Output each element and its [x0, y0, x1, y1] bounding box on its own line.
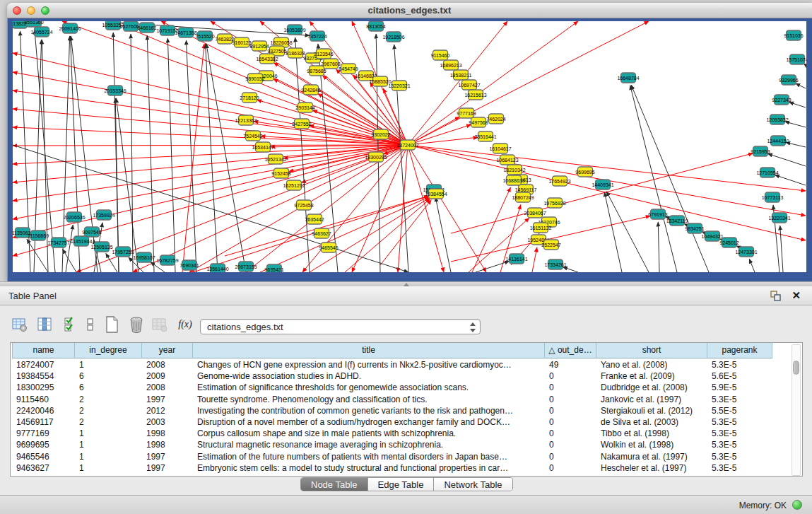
graph-node-19218506[interactable]: 19218506 — [382, 32, 404, 42]
citation-edge-red[interactable] — [260, 197, 429, 272]
table-row[interactable]: 977716911998Corpus callosum shape and si… — [12, 428, 777, 439]
graph-node-9635421[interactable]: 9635421 — [264, 264, 283, 272]
column-header-out_degree[interactable]: △ out_de… — [545, 343, 596, 358]
citation-edge-red[interactable] — [345, 199, 430, 272]
show-column-icon[interactable] — [35, 315, 54, 334]
citation-edge-black[interactable] — [147, 35, 154, 272]
citation-edge-red[interactable] — [302, 145, 408, 272]
table-row[interactable]: 969969511998Structural magnetic resonanc… — [12, 439, 777, 450]
graph-node-9152458[interactable]: 9152458 — [271, 168, 290, 178]
tab-network-table[interactable]: Network Table — [434, 478, 512, 491]
column-header-pagerank[interactable]: pagerank — [707, 343, 772, 358]
graph-node-14136141[interactable]: 14136141 — [505, 254, 527, 264]
graph-node-7690341[interactable]: 7690341 — [180, 260, 199, 270]
graph-node-7462024[interactable]: 7462024 — [486, 114, 505, 124]
graph-node-7524542[interactable]: 7524542 — [243, 131, 262, 141]
graph-node-9834251[interactable]: 9834251 — [685, 223, 704, 233]
row-height-icon[interactable] — [81, 315, 100, 334]
citation-edge-black[interactable] — [106, 253, 117, 272]
citation-edge-red[interactable] — [13, 145, 408, 201]
graph-node-18342119[interactable]: 18342119 — [666, 216, 688, 226]
graph-node-9699695[interactable]: 9699695 — [575, 167, 594, 177]
citation-edge-black[interactable] — [167, 38, 175, 272]
citation-edge-black[interactable] — [775, 175, 806, 185]
graph-node-12093832[interactable]: 12093832 — [766, 115, 788, 124]
graph-node-9215953[interactable]: 9215953 — [751, 146, 770, 156]
graph-node-2123546[interactable]: 2123546 — [314, 49, 333, 59]
graph-node-20153346[interactable]: 20153346 — [104, 86, 126, 95]
graph-node-13220341[interactable]: 13220341 — [768, 213, 790, 223]
graph-node-10773113[interactable]: 10773113 — [762, 192, 784, 202]
citation-edge-black[interactable] — [767, 153, 806, 166]
graph-node-23516441[interactable]: 23516441 — [474, 132, 496, 141]
graph-node-17957253[interactable]: 17957253 — [112, 247, 134, 257]
table-row[interactable]: 946362711997Embryonic stem cells: a mode… — [12, 462, 777, 474]
graph-node-9890152[interactable]: 9890152 — [245, 74, 264, 83]
graph-node-20206536[interactable]: 20206536 — [63, 212, 85, 222]
citation-edge-black[interactable] — [749, 259, 755, 272]
new-file-icon[interactable] — [102, 315, 122, 334]
graph-node-6466161[interactable]: 6466161 — [137, 23, 156, 33]
citation-edge-red[interactable] — [472, 187, 510, 272]
graph-node-12710554[interactable]: 12710554 — [756, 168, 778, 177]
graph-node-16648784[interactable]: 16648784 — [617, 73, 639, 83]
graph-node-20673155[interactable]: 20673155 — [235, 262, 257, 271]
table-header-row[interactable]: namein_degreeyeartitle△ out_de…shortpage… — [12, 343, 772, 358]
graph-node-19756928[interactable]: 19756928 — [543, 198, 565, 208]
citation-edge-red[interactable] — [408, 21, 649, 145]
graph-node-12505135[interactable]: 12505135 — [90, 242, 112, 252]
select-all-icon[interactable] — [61, 315, 81, 334]
panel-resize-divider[interactable] — [0, 281, 812, 286]
graph-node-14671388[interactable]: 14671388 — [175, 28, 196, 37]
graph-node-2718120[interactable]: 2718120 — [240, 93, 259, 103]
citation-edge-red[interactable] — [408, 145, 444, 272]
graph-node-16151132[interactable]: 16151132 — [530, 223, 552, 233]
scrollbar-thumb[interactable] — [793, 361, 799, 375]
table-row[interactable]: 1830029562008Estimation of significance … — [12, 382, 777, 393]
graph-node-10697427[interactable]: 10697427 — [458, 80, 480, 90]
graph-node-17359924[interactable]: 17359924 — [93, 210, 114, 220]
table-row[interactable]: 1456911722003Disruption of a novel membe… — [12, 416, 777, 428]
citation-edge-black[interactable] — [115, 98, 119, 272]
table-vertical-scrollbar[interactable] — [792, 344, 801, 476]
graph-node-16958107[interactable]: 16958107 — [133, 252, 155, 262]
table-row[interactable]: 911546021997Tourette syndrome. Phenomeno… — [12, 394, 777, 405]
graph-node-16896213[interactable]: 16896213 — [440, 60, 461, 70]
graph-node-7357224[interactable]: 7357224 — [307, 31, 326, 41]
graph-node-9097548[interactable]: 9097548 — [82, 227, 101, 237]
graph-node-7515520[interactable]: 7515520 — [195, 31, 214, 41]
graph-node-8454749[interactable]: 8454749 — [339, 64, 358, 74]
table-select-dropdown[interactable]: citations_edges.txt — [200, 319, 481, 334]
network-canvas[interactable]: 9138221855136014055724200914061055325715… — [13, 21, 806, 272]
graph-node-2903144[interactable]: 2903144 — [295, 103, 314, 112]
graph-node-9329966[interactable]: 9329966 — [779, 75, 798, 85]
column-header-year[interactable]: year — [142, 343, 193, 358]
graph-node-16215613[interactable]: 16215613 — [464, 90, 486, 100]
graph-node-17342757[interactable]: 17342757 — [47, 238, 69, 247]
graph-node-16534147[interactable]: 16534147 — [252, 142, 273, 152]
window-titlebar[interactable]: citations_edges.txt — [7, 3, 812, 18]
graph-node-9465546[interactable]: 9465546 — [319, 243, 338, 252]
column-header-title[interactable]: title — [193, 343, 545, 358]
graph-node-8912954[interactable]: 8912954 — [249, 41, 269, 51]
graph-node-15751074[interactable]: 15751074 — [786, 54, 806, 64]
graph-node-17334261[interactable]: 17334261 — [544, 259, 566, 269]
graph-node-9160123[interactable]: 9160123 — [232, 37, 251, 47]
graph-node-9875685[interactable]: 9875685 — [307, 66, 326, 76]
graph-node-16053809[interactable]: 16053809 — [283, 25, 305, 35]
citation-edge-black[interactable] — [563, 267, 578, 272]
graph-node-16104617[interactable]: 16104617 — [489, 144, 511, 153]
citation-edge-black[interactable] — [13, 145, 408, 272]
citation-edge-black[interactable] — [206, 44, 246, 272]
graph-node-13561440[interactable]: 13561440 — [206, 264, 228, 272]
graph-node-8813054[interactable]: 8813054 — [366, 21, 385, 31]
table-row[interactable]: 1872400712008Changes of HCN gene express… — [12, 359, 777, 370]
citation-edge-red[interactable] — [318, 93, 408, 145]
citation-edge-black[interactable] — [780, 226, 783, 272]
graph-node-8186328[interactable]: 8186328 — [286, 48, 305, 58]
graph-node-12444150[interactable]: 12444150 — [767, 136, 789, 146]
function-builder-icon[interactable]: f(x) — [175, 315, 195, 334]
graph-node-14055724[interactable]: 14055724 — [30, 27, 52, 37]
graph-node-9151036[interactable]: 9151036 — [784, 30, 803, 40]
graph-node-11156869[interactable]: 11156869 — [28, 230, 49, 240]
